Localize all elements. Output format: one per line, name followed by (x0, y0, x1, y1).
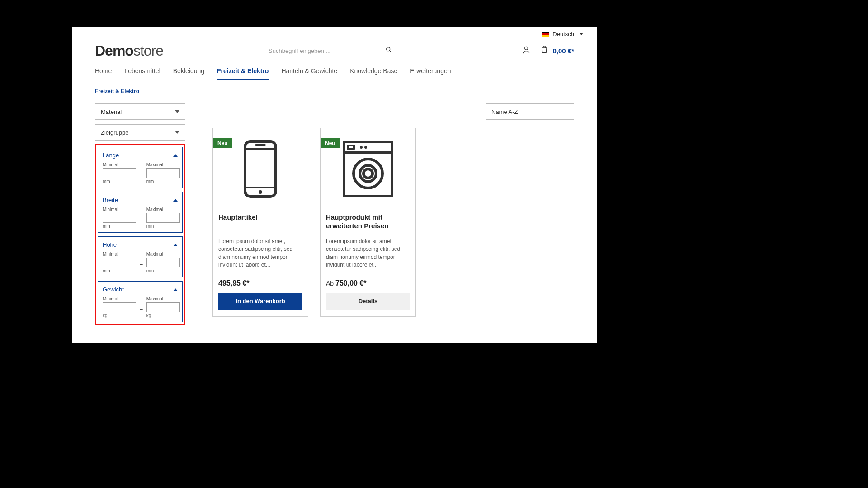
max-label: Maximal (146, 162, 180, 167)
filter-gewicht-toggle[interactable]: Gewicht (103, 286, 178, 293)
filter-title: Gewicht (103, 286, 124, 293)
cart-total: 0,00 €* (552, 47, 574, 55)
nav-erweiterungen[interactable]: Erweiterungen (410, 67, 451, 80)
chevron-up-icon (173, 288, 178, 291)
chevron-down-icon (175, 110, 179, 113)
search-icon[interactable] (385, 46, 392, 55)
filter-sidebar: Material Zielgruppe Länge Minimal (95, 103, 185, 325)
nav-hanteln[interactable]: Hanteln & Gewichte (281, 67, 337, 80)
min-label: Minimal (103, 207, 136, 212)
logo-light: store (133, 42, 163, 59)
product-card[interactable]: Neu Haupt (320, 128, 416, 317)
filter-gewicht-min-input[interactable] (103, 302, 136, 312)
unit-label: mm (103, 224, 136, 229)
max-label: Maximal (146, 207, 180, 212)
cart-icon (540, 45, 549, 56)
filter-title: Länge (103, 152, 119, 159)
filter-zielgruppe-select[interactable]: Zielgruppe (95, 124, 185, 141)
svg-point-11 (364, 146, 367, 149)
search-box[interactable] (263, 42, 398, 59)
logo[interactable]: Demostore (95, 42, 163, 59)
new-badge: Neu (213, 138, 232, 148)
unit-label: mm (103, 268, 136, 273)
product-price: 495,95 €* (218, 279, 302, 287)
nav-lebensmittel[interactable]: Lebensmittel (124, 67, 160, 80)
svg-point-0 (387, 47, 390, 51)
product-listing: Name A-Z Neu (212, 103, 574, 317)
svg-point-6 (259, 190, 262, 194)
filter-breite: Breite Minimal mm – Maximal (98, 192, 183, 233)
logo-bold: Demo (95, 42, 133, 59)
svg-point-10 (360, 146, 363, 149)
chevron-down-icon (580, 33, 583, 35)
account-icon[interactable] (522, 45, 531, 56)
app-window: Deutsch Demostore 0,00 €* (72, 27, 597, 343)
dash-separator: – (140, 261, 143, 267)
filter-laenge: Länge Minimal mm – Maximal m (98, 147, 183, 188)
content: Material Zielgruppe Länge Minimal (72, 97, 597, 338)
unit-label: kg (103, 313, 136, 318)
cart-button[interactable]: 0,00 €* (540, 45, 574, 56)
german-flag-icon (542, 32, 549, 37)
filter-gewicht-max-input[interactable] (146, 302, 180, 312)
max-label: Maximal (146, 252, 180, 257)
filter-title: Höhe (103, 241, 117, 248)
filter-hoehe: Höhe Minimal mm – Maximal mm (98, 236, 183, 277)
sort-select[interactable]: Name A-Z (486, 103, 574, 120)
nav-freizeit-elektro[interactable]: Freizeit & Elektro (217, 67, 269, 80)
filter-breite-max-input[interactable] (146, 213, 180, 223)
search-input[interactable] (269, 47, 377, 54)
filter-laenge-toggle[interactable]: Länge (103, 152, 178, 159)
sort-selected-label: Name A-Z (491, 108, 518, 115)
details-button[interactable]: Details (326, 293, 410, 310)
dash-separator: – (140, 306, 143, 312)
chevron-down-icon (175, 131, 179, 134)
header: Demostore 0,00 €* (72, 38, 597, 64)
nav-home[interactable]: Home (95, 67, 112, 80)
filter-laenge-min-input[interactable] (103, 168, 136, 178)
unit-label: mm (146, 268, 180, 273)
filter-breite-toggle[interactable]: Breite (103, 197, 178, 203)
language-label[interactable]: Deutsch (552, 31, 574, 38)
product-card[interactable]: Neu Hauptartikel Lorem ipsum dolor sit a… (212, 128, 308, 317)
breadcrumb[interactable]: Freizeit & Elektro (72, 80, 597, 97)
product-description: Lorem ipsum dolor sit amet, consetetur s… (218, 238, 302, 269)
dash-separator: – (140, 172, 143, 178)
unit-label: mm (103, 179, 136, 184)
max-label: Maximal (146, 296, 180, 301)
product-price: Ab 750,00 €* (326, 279, 410, 287)
filter-hoehe-min-input[interactable] (103, 258, 136, 267)
product-title: Hauptprodukt mit erweiterten Preisen (326, 213, 410, 231)
product-title: Hauptartikel (218, 213, 302, 231)
nav-bekleidung[interactable]: Bekleidung (173, 67, 204, 80)
topbar: Deutsch (72, 27, 597, 38)
filter-breite-min-input[interactable] (103, 213, 136, 223)
svg-point-12 (354, 159, 382, 188)
main-nav: Home Lebensmittel Bekleidung Freizeit & … (72, 64, 597, 80)
filter-laenge-max-input[interactable] (146, 168, 180, 178)
chevron-up-icon (173, 244, 178, 246)
chevron-up-icon (173, 199, 178, 202)
filter-gewicht: Gewicht Minimal kg – Maximal (98, 281, 183, 322)
filter-material-label: Material (101, 108, 122, 115)
filter-hoehe-toggle[interactable]: Höhe (103, 241, 178, 248)
filter-material-select[interactable]: Material (95, 103, 185, 120)
dash-separator: – (140, 216, 143, 223)
chevron-up-icon (173, 154, 178, 157)
filter-hoehe-max-input[interactable] (146, 258, 180, 267)
svg-point-2 (525, 47, 528, 50)
add-to-cart-button[interactable]: In den Warenkorb (218, 293, 302, 310)
new-badge: Neu (321, 138, 340, 148)
svg-rect-4 (245, 149, 276, 188)
svg-point-14 (363, 169, 373, 178)
nav-knowledge-base[interactable]: Knowledge Base (350, 67, 397, 80)
min-label: Minimal (103, 296, 136, 301)
product-description: Lorem ipsum dolor sit amet, consetetur s… (326, 238, 410, 269)
min-label: Minimal (103, 252, 136, 257)
filter-title: Breite (103, 197, 118, 203)
unit-label: kg (146, 313, 180, 318)
unit-label: mm (146, 179, 180, 184)
min-label: Minimal (103, 162, 136, 167)
highlighted-filter-group: Länge Minimal mm – Maximal m (95, 144, 185, 325)
unit-label: mm (146, 224, 180, 229)
